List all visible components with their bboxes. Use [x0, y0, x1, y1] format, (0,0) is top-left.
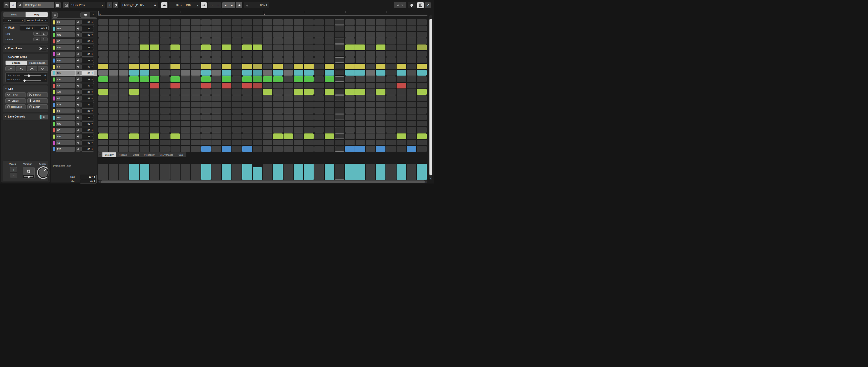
empty-step-cell[interactable] — [109, 76, 118, 82]
empty-step-cell[interactable] — [345, 26, 355, 31]
empty-step-cell[interactable] — [140, 19, 149, 25]
active-step-cell[interactable] — [150, 70, 159, 76]
empty-step-cell[interactable] — [129, 26, 139, 31]
empty-step-cell[interactable] — [232, 133, 242, 139]
lane-preview-button[interactable] — [75, 70, 81, 75]
empty-step-cell[interactable] — [273, 121, 283, 127]
rate-select[interactable]: 1/16 ▼ — [184, 2, 200, 8]
playhead-step-cell[interactable] — [335, 64, 344, 69]
empty-step-cell[interactable] — [160, 57, 170, 63]
empty-step-cell[interactable] — [386, 146, 396, 152]
empty-step-cell[interactable] — [386, 82, 396, 89]
playhead-step-cell[interactable] — [335, 82, 344, 88]
empty-step-cell[interactable] — [119, 82, 128, 89]
empty-step-cell[interactable] — [242, 26, 252, 31]
empty-step-cell[interactable] — [211, 95, 221, 101]
velocity-bar[interactable] — [140, 164, 149, 180]
velocity-empty-block[interactable] — [98, 164, 108, 180]
empty-step-cell[interactable] — [386, 114, 396, 120]
empty-step-cell[interactable] — [407, 32, 416, 38]
delete-legato-button[interactable]: Legato — [27, 98, 48, 103]
empty-step-cell[interactable] — [211, 82, 221, 89]
empty-step-cell[interactable] — [366, 146, 375, 152]
empty-step-cell[interactable] — [129, 57, 139, 63]
active-step-cell[interactable] — [98, 76, 108, 82]
empty-step-cell[interactable] — [366, 51, 375, 57]
shapes-tab[interactable]: Shapes — [6, 61, 27, 65]
empty-step-cell[interactable] — [304, 38, 314, 44]
empty-step-cell[interactable] — [191, 44, 200, 50]
active-step-cell[interactable] — [253, 76, 262, 82]
empty-step-cell[interactable] — [119, 108, 128, 114]
empty-step-cell[interactable] — [201, 127, 211, 133]
empty-step-cell[interactable] — [211, 108, 221, 114]
empty-step-cell[interactable] — [376, 127, 386, 133]
empty-step-cell[interactable] — [273, 57, 283, 63]
active-step-cell[interactable] — [283, 70, 293, 76]
active-step-cell[interactable] — [345, 64, 365, 69]
active-step-cell[interactable] — [397, 70, 406, 76]
tab-vel-variance[interactable]: Vel. Variance — [157, 153, 176, 157]
empty-step-cell[interactable] — [314, 146, 324, 152]
empty-step-cell[interactable] — [263, 26, 273, 31]
empty-step-cell[interactable] — [355, 140, 365, 145]
lane-step-count-stepper[interactable]: 32▲▼ — [82, 64, 94, 69]
velocity-empty-block[interactable] — [263, 164, 273, 180]
lane-name[interactable]: D#3 — [56, 115, 75, 120]
empty-step-cell[interactable] — [109, 114, 118, 120]
empty-step-cell[interactable] — [407, 89, 416, 95]
empty-step-cell[interactable] — [109, 146, 118, 152]
empty-step-cell[interactable] — [160, 133, 170, 139]
lane-step-count-stepper[interactable]: 32▲▼ — [82, 128, 94, 133]
lane-preview-button[interactable] — [75, 128, 81, 133]
stepper-arrows-icon[interactable]: ▲▼ — [266, 4, 267, 7]
empty-step-cell[interactable] — [232, 19, 242, 25]
min-stepper[interactable]: 40 ▲▼ — [80, 179, 97, 184]
active-step-cell[interactable] — [376, 146, 386, 152]
empty-step-cell[interactable] — [201, 89, 211, 95]
empty-step-cell[interactable] — [273, 89, 283, 95]
empty-step-cell[interactable] — [304, 102, 314, 107]
empty-step-cell[interactable] — [325, 127, 334, 133]
empty-step-cell[interactable] — [211, 127, 221, 133]
lane-row-C#5[interactable]: C#532▲▼ — [51, 32, 97, 38]
active-step-cell[interactable] — [273, 133, 283, 139]
empty-step-cell[interactable] — [417, 108, 427, 114]
empty-step-cell[interactable] — [129, 44, 139, 50]
empty-step-cell[interactable] — [376, 38, 386, 44]
empty-step-cell[interactable] — [140, 82, 149, 89]
empty-step-cell[interactable] — [191, 26, 200, 31]
key-select[interactable]: ♩ A# ▼ — [3, 18, 25, 23]
empty-step-cell[interactable] — [314, 51, 324, 57]
empty-step-cell[interactable] — [366, 89, 375, 95]
empty-step-cell[interactable] — [201, 38, 211, 44]
lane-name[interactable]: A3 — [56, 96, 75, 101]
empty-step-cell[interactable] — [314, 140, 324, 145]
velocity-bar[interactable] — [304, 164, 314, 180]
empty-step-cell[interactable] — [160, 146, 170, 152]
empty-step-cell[interactable] — [294, 146, 304, 152]
velocity-bar[interactable] — [417, 164, 427, 180]
empty-step-cell[interactable] — [273, 51, 283, 57]
empty-step-cell[interactable] — [222, 51, 231, 57]
active-step-cell[interactable] — [119, 70, 128, 76]
empty-step-cell[interactable] — [376, 114, 386, 120]
side-panel-toggle-button[interactable] — [417, 2, 424, 8]
empty-step-cell[interactable] — [160, 140, 170, 145]
empty-step-cell[interactable] — [211, 140, 221, 145]
active-step-cell[interactable] — [273, 64, 283, 69]
lane-step-count-stepper[interactable]: 32▲▼ — [82, 140, 94, 145]
empty-step-cell[interactable] — [386, 95, 396, 101]
playhead-step-cell[interactable] — [335, 19, 344, 25]
empty-step-cell[interactable] — [253, 127, 262, 133]
empty-step-cell[interactable] — [129, 32, 139, 38]
empty-step-cell[interactable] — [109, 95, 118, 101]
empty-step-cell[interactable] — [160, 82, 170, 89]
pitch-header[interactable]: ▼ Pitch — [5, 26, 14, 29]
tie-all-button[interactable]: Tie All — [5, 92, 26, 97]
active-step-cell[interactable] — [242, 44, 252, 50]
empty-step-cell[interactable] — [160, 127, 170, 133]
chord-lane-toggle[interactable] — [39, 47, 48, 50]
empty-step-cell[interactable] — [222, 89, 231, 95]
empty-step-cell[interactable] — [170, 108, 180, 114]
